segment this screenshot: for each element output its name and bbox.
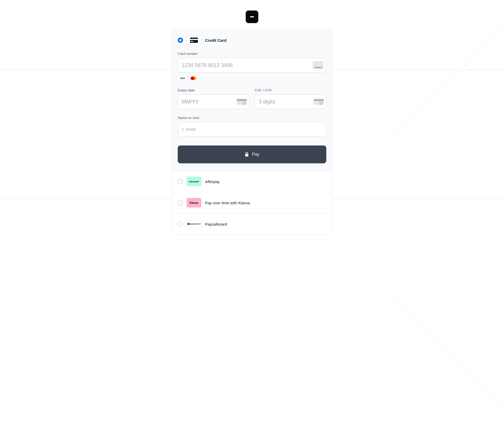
paysafe-option[interactable]: ⬛paysafecard Paysafecard xyxy=(172,214,332,235)
svg-rect-2 xyxy=(191,41,193,42)
payment-card: Credit Card Card number VISA xyxy=(172,29,332,235)
credit-card-label: Credit Card xyxy=(205,38,227,43)
mastercard-badge xyxy=(189,75,198,81)
radio-credit-card[interactable] xyxy=(178,38,183,43)
lock-icon xyxy=(245,152,249,157)
svg-rect-3 xyxy=(245,154,248,157)
pay-button[interactable]: Pay xyxy=(178,145,326,163)
name-input[interactable] xyxy=(178,122,326,137)
klarna-option[interactable]: Klarna. Pay over time with Klarna. xyxy=(172,192,332,214)
pay-button-label: Pay xyxy=(252,152,259,157)
card-number-field: Card number VISA xyxy=(178,52,326,81)
expiry-field: Expiry date xyxy=(178,88,249,109)
svg-rect-0 xyxy=(190,38,198,43)
logo-parallelogram-icon xyxy=(249,14,255,20)
credit-card-icon xyxy=(190,38,198,43)
brand-logo xyxy=(246,11,258,23)
paysafe-label: Paysafecard xyxy=(205,222,227,226)
klarna-chip: Klarna. xyxy=(187,198,201,207)
afterpay-option[interactable]: afterpay↺ Afterpay xyxy=(172,171,332,192)
cvc-field: CVC / CVV xyxy=(255,88,326,109)
card-number-label: Card number xyxy=(178,52,326,56)
radio-paysafe[interactable] xyxy=(178,221,183,227)
name-label: Name on card xyxy=(178,116,326,120)
cvc-hint-icon xyxy=(314,98,324,105)
card-brands: VISA xyxy=(178,75,326,81)
expiry-hint-icon xyxy=(237,98,247,105)
credit-card-panel: Credit Card Card number VISA xyxy=(172,30,332,171)
visa-badge: VISA xyxy=(178,75,187,81)
card-number-input[interactable] xyxy=(178,58,326,72)
credit-card-icon-box xyxy=(187,35,201,45)
cvc-label: CVC / CVV xyxy=(255,88,326,92)
afterpay-chip: afterpay↺ xyxy=(187,177,201,186)
name-field: Name on card xyxy=(178,116,326,137)
klarna-label: Pay over time with Klarna. xyxy=(205,201,251,205)
expiry-label: Expiry date xyxy=(178,88,249,92)
radio-afterpay[interactable] xyxy=(178,179,183,184)
svg-rect-1 xyxy=(190,39,198,40)
radio-klarna[interactable] xyxy=(178,200,183,205)
card-icon xyxy=(313,61,324,69)
afterpay-label: Afterpay xyxy=(205,179,220,184)
credit-card-option[interactable]: Credit Card xyxy=(178,35,326,45)
paysafe-chip: ⬛paysafecard xyxy=(187,219,201,229)
